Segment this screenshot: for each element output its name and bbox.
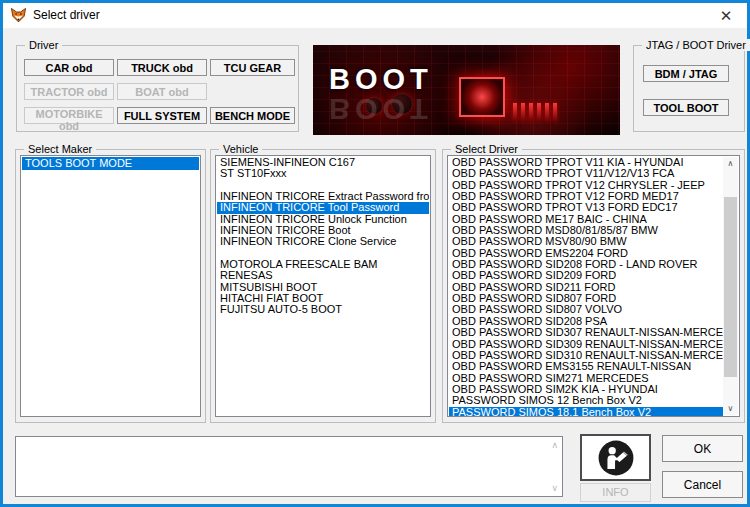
- list-item[interactable]: OBD PASSWORD SID208 PSA: [449, 316, 723, 327]
- list-item[interactable]: [217, 180, 429, 191]
- scroll-down-icon[interactable]: ∨: [723, 402, 738, 415]
- list-item[interactable]: OBD PASSWORD TPROT V11 KIA - HYUNDAI: [449, 157, 723, 168]
- select-driver-group: Select Driver OBD PASSWORD TPROT V11 KIA…: [442, 149, 745, 423]
- list-item[interactable]: MITSUBISHI BOOT: [217, 282, 429, 293]
- full-system-button[interactable]: FULL SYSTEM: [117, 107, 207, 124]
- select-driver-label: Select Driver: [451, 143, 522, 155]
- scrollbar-thumb[interactable]: [724, 197, 737, 377]
- list-item[interactable]: OBD PASSWORD TPROT V12 CHRYSLER - JEEP: [449, 180, 723, 191]
- select-maker-group: Select Maker TOOLS BOOT MODE: [15, 149, 206, 423]
- textbox-scroll-down-icon[interactable]: ∨: [551, 483, 558, 493]
- car-obd-button[interactable]: CAR obd: [24, 59, 114, 76]
- boot-banner-text: BOOT: [329, 63, 433, 96]
- boot-banner-image: BOOT BOOT: [313, 45, 620, 135]
- vertical-scrollbar[interactable]: ∧ ∨: [723, 157, 738, 415]
- vehicle-group: Vehicle SIEMENS-INFINEON C167ST ST10Fxxx…: [210, 149, 436, 423]
- maker-list-rows: TOOLS BOOT MODE: [22, 157, 199, 415]
- list-item[interactable]: OBD PASSWORD TPROT V11/V12/V13 FCA: [449, 168, 723, 179]
- list-item[interactable]: INFINEON TRICORE Boot: [217, 225, 429, 236]
- fox-app-icon: [10, 7, 27, 24]
- list-item[interactable]: FUJITSU AUTO-5 BOOT: [217, 304, 429, 315]
- truck-obd-button[interactable]: TRUCK obd: [117, 59, 207, 76]
- list-item[interactable]: [217, 248, 429, 259]
- list-item[interactable]: TOOLS BOOT MODE: [22, 157, 199, 170]
- info-button: INFO: [580, 483, 651, 502]
- vehicle-list-rows: SIEMENS-INFINEON C167ST ST10Fxxx INFINEO…: [217, 157, 429, 415]
- read-manual-icon: [597, 439, 635, 477]
- dialog-window: Select driver ✕ Driver CAR obd TRUCK obd…: [0, 0, 750, 507]
- list-item[interactable]: OBD PASSWORD MSV80/90 BMW: [449, 236, 723, 247]
- list-item[interactable]: OBD PASSWORD SID209 FORD: [449, 270, 723, 281]
- list-item[interactable]: ST ST10Fxxx: [217, 168, 429, 179]
- list-item[interactable]: PASSWORD SIMOS 18.1 Bench Box V2: [449, 407, 723, 417]
- vehicle-listbox[interactable]: SIEMENS-INFINEON C167ST ST10Fxxx INFINEO…: [215, 155, 431, 417]
- list-item[interactable]: OBD PASSWORD SIM2K KIA - HYUNDAI: [449, 384, 723, 395]
- ok-button[interactable]: OK: [662, 435, 743, 462]
- info-textbox[interactable]: ∧ ∨: [15, 436, 563, 497]
- driver-group: Driver CAR obd TRUCK obd TCU GEAR TRACTO…: [16, 45, 299, 132]
- textbox-scroll-up-icon[interactable]: ∧: [551, 440, 558, 450]
- list-item[interactable]: OBD PASSWORD MSD80/81/85/87 BMW: [449, 225, 723, 236]
- driver-listbox[interactable]: OBD PASSWORD TPROT V11 KIA - HYUNDAIOBD …: [447, 155, 740, 417]
- tcu-gear-button[interactable]: TCU GEAR: [210, 59, 295, 76]
- motorbike-obd-button: MOTORBIKE obd: [24, 107, 114, 124]
- list-item[interactable]: OBD PASSWORD SIM271 MERCEDES: [449, 373, 723, 384]
- jtag-boot-group: JTAG / BOOT Driver BDM / JTAG TOOL BOOT: [633, 45, 745, 132]
- list-item[interactable]: PASSWORD SIMOS 12 Bench Box V2: [449, 395, 723, 406]
- bench-mode-button[interactable]: BENCH MODE: [210, 107, 295, 124]
- jtag-group-label: JTAG / BOOT Driver: [642, 39, 750, 51]
- driver-list-rows: OBD PASSWORD TPROT V11 KIA - HYUNDAIOBD …: [449, 157, 723, 415]
- driver-group-label: Driver: [25, 39, 62, 51]
- list-item[interactable]: RENESAS: [217, 270, 429, 281]
- list-item[interactable]: INFINEON TRICORE Unlock Function: [217, 214, 429, 225]
- vehicle-label: Vehicle: [219, 143, 262, 155]
- list-item[interactable]: OBD PASSWORD SID807 VOLVO: [449, 304, 723, 315]
- cancel-button[interactable]: Cancel: [662, 471, 743, 498]
- select-maker-label: Select Maker: [24, 143, 96, 155]
- list-item[interactable]: INFINEON TRICORE Tool Password: [217, 202, 429, 213]
- tractor-obd-button: TRACTOR obd: [24, 83, 114, 100]
- scroll-up-icon[interactable]: ∧: [723, 157, 738, 170]
- bdm-jtag-button[interactable]: BDM / JTAG: [643, 65, 729, 82]
- maker-listbox[interactable]: TOOLS BOOT MODE: [20, 155, 201, 417]
- boot-text-reflection: BOOT: [329, 92, 433, 125]
- list-item[interactable]: SIEMENS-INFINEON C167: [217, 157, 429, 168]
- list-item[interactable]: OBD PASSWORD SID208 FORD - LAND ROVER: [449, 259, 723, 270]
- list-item[interactable]: HITACHI FIAT BOOT: [217, 293, 429, 304]
- list-item[interactable]: MOTOROLA FREESCALE BAM: [217, 259, 429, 270]
- pin-row-graphic: [513, 103, 557, 121]
- boat-obd-button: BOAT obd: [117, 83, 207, 100]
- window-title: Select driver: [33, 3, 100, 28]
- list-item[interactable]: OBD PASSWORD SID309 RENAULT-NISSAN-MERCE…: [449, 339, 723, 350]
- list-item[interactable]: OBD PASSWORD EMS3155 RENAULT-NISSAN: [449, 361, 723, 372]
- list-item[interactable]: OBD PASSWORD ME17 BAIC - CHINA: [449, 214, 723, 225]
- list-item[interactable]: OBD PASSWORD SID307 RENAULT-NISSAN-MERCE…: [449, 327, 723, 338]
- list-item[interactable]: OBD PASSWORD SID310 RENAULT-NISSAN-MERCE…: [449, 350, 723, 361]
- close-icon[interactable]: ✕: [711, 4, 741, 27]
- tool-boot-button[interactable]: TOOL BOOT: [643, 99, 729, 116]
- list-item[interactable]: OBD PASSWORD SID211 FORD: [449, 282, 723, 293]
- list-item[interactable]: OBD PASSWORD TPROT V12 FORD MED17: [449, 191, 723, 202]
- info-manual-button[interactable]: [580, 434, 651, 481]
- list-item[interactable]: OBD PASSWORD EMS2204 FORD: [449, 248, 723, 259]
- list-item[interactable]: OBD PASSWORD TPROT V13 FORD EDC17: [449, 202, 723, 213]
- list-item[interactable]: OBD PASSWORD SID807 FORD: [449, 293, 723, 304]
- list-item[interactable]: INFINEON TRICORE Extract Password from F…: [217, 191, 429, 202]
- title-bar: Select driver ✕: [3, 3, 747, 28]
- list-item[interactable]: INFINEON TRICORE Clone Service: [217, 236, 429, 247]
- chip-graphic: [459, 77, 505, 117]
